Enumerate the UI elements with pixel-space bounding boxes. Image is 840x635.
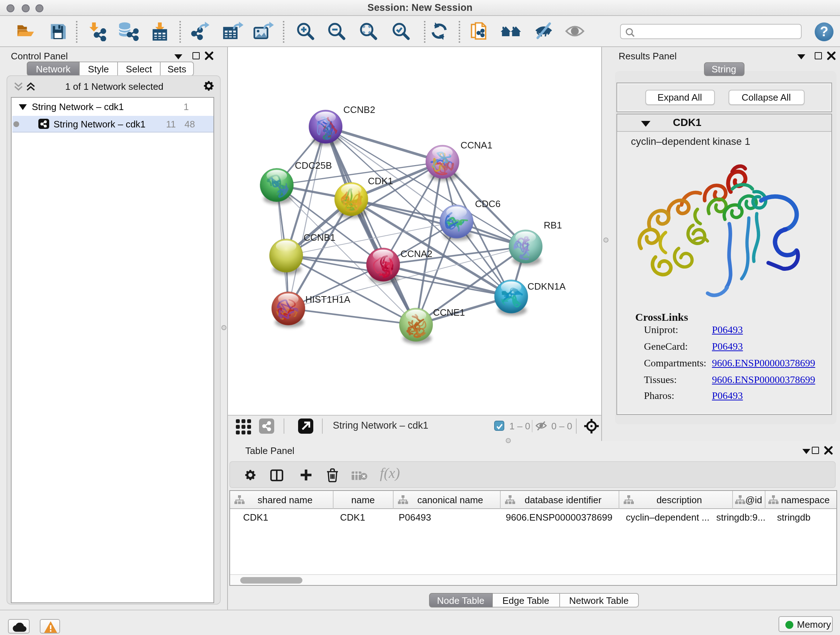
svg-text:CCNA2: CCNA2 (401, 249, 432, 259)
svg-text:CCNB2: CCNB2 (343, 104, 375, 115)
svg-text:CCNB1: CCNB1 (303, 232, 335, 243)
svg-text:CDKN1A: CDKN1A (527, 281, 566, 292)
svg-text:HIST1H1A: HIST1H1A (305, 294, 351, 305)
svg-text:CDC6: CDC6 (475, 198, 501, 209)
svg-text:CDK1: CDK1 (368, 176, 393, 187)
svg-text:CCNA1: CCNA1 (461, 140, 493, 150)
svg-text:RB1: RB1 (544, 220, 562, 231)
svg-text:CCNE1: CCNE1 (433, 307, 465, 318)
svg-text:CDC25B: CDC25B (295, 160, 332, 171)
